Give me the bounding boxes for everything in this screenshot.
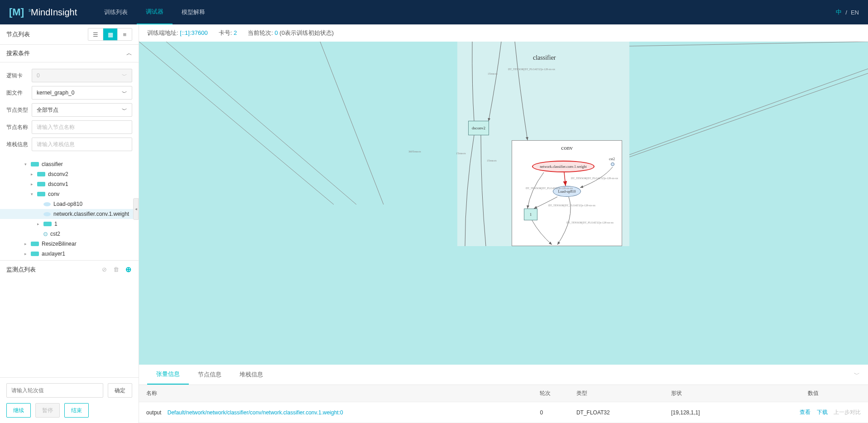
app-body: 节点列表 ☰ ▦ ≡ 搜索条件 ︿ 逻辑卡 0 ﹀ 图文件 kern <box>0 24 868 423</box>
row-shape: [19,128,1,1] <box>664 402 758 423</box>
end-button[interactable]: 结束 <box>64 403 89 418</box>
row-type: DT_FLOAT32 <box>569 402 664 423</box>
tree-node-dsconv2[interactable]: ▸dsconv2 <box>0 169 139 179</box>
compare-link: 上一步对比 <box>834 409 861 415</box>
tree-node-weight[interactable]: network.classifier.conv.1.weight <box>0 209 139 219</box>
tree-node-auxlayer[interactable]: ▸auxlayer1 <box>0 249 139 259</box>
tab-stack-info[interactable]: 堆栈信息 <box>230 365 272 384</box>
th-shape: 形状 <box>664 385 758 402</box>
graph-edge-label: 1Tensors <box>487 159 497 162</box>
tree-node-cst2[interactable]: cst2 <box>0 229 139 239</box>
select-graph-file[interactable]: kernel_graph_0 ﹀ <box>32 86 132 100</box>
step-input[interactable] <box>6 383 103 398</box>
node-list-header: 节点列表 ☰ ▦ ≡ <box>0 24 139 45</box>
select-node-type[interactable]: 全部节点 ﹀ <box>32 103 132 117</box>
row-path-link[interactable]: Default/network/network/classifier/conv/… <box>168 409 343 416</box>
language-switch: 中 / EN <box>836 8 859 16</box>
nav-tabs: 训练列表 调试器 模型解释 <box>95 0 214 24</box>
table-row: output Default/network/network/classifie… <box>139 402 868 423</box>
svg-line-2 <box>166 42 356 204</box>
sidebar-collapse-handle[interactable]: ◂ <box>133 198 139 220</box>
confirm-button[interactable]: 确定 <box>108 383 132 398</box>
main-area: 训练端地址: [::1]:37600 卡号: 2 当前轮次: 0 (0表示训练初… <box>139 24 868 423</box>
svg-line-3 <box>320 42 384 204</box>
graph-edge-label: 1Tensors <box>456 152 466 155</box>
nav-model-explain[interactable]: 模型解释 <box>173 0 214 24</box>
tree-node-load-op[interactable]: Load-op810 <box>0 199 139 209</box>
label-node-type: 节点类型 <box>6 106 32 114</box>
select-logic-card[interactable]: 0 ﹀ <box>32 69 132 82</box>
monitor-panel-header: 监测点列表 ⊘ 🗑 ⊕ <box>0 260 139 278</box>
tree-area: ▾classifier ▸dsconv2 ▸dsconv1 ▾conv Load… <box>0 157 139 260</box>
th-round: 轮次 <box>532 385 569 402</box>
pause-button: 暂停 <box>35 403 60 418</box>
graph-edge-label: DT_TENSOR[DT_FLOAT32]x-128-xx-xx <box>526 187 573 190</box>
graph-edge-label: DT_TENSOR[DT_FLOAT32]x-128-xx-xx <box>571 177 618 180</box>
graph-cst2-label: cst2 <box>609 157 615 161</box>
app-header: [M]s MindInsight 训练列表 调试器 模型解释 中 / EN <box>0 0 868 24</box>
nav-debugger[interactable]: 调试器 <box>137 0 173 24</box>
chevron-up-icon: ︿ <box>126 49 132 57</box>
graph-node-cst2[interactable] <box>611 162 614 166</box>
row-name: output <box>146 409 161 416</box>
sidebar-left: 节点列表 ☰ ▦ ≡ 搜索条件 ︿ 逻辑卡 0 ﹀ 图文件 kern <box>0 24 139 423</box>
svg-line-6 <box>629 73 868 157</box>
chevron-down-icon[interactable]: ﹀ <box>854 371 860 379</box>
view-toggle: ☰ ▦ ≡ <box>88 28 132 41</box>
download-link[interactable]: 下载 <box>817 409 828 415</box>
lang-zh[interactable]: 中 <box>836 8 842 16</box>
view-list-icon[interactable]: ☰ <box>88 29 103 40</box>
continue-button[interactable]: 继续 <box>6 403 31 418</box>
logo-icon: [M] <box>9 6 24 18</box>
brand-name: MindInsight <box>31 7 77 18</box>
info-card: 卡号: 2 <box>219 29 237 37</box>
view-detail-icon[interactable]: ≡ <box>117 29 132 40</box>
svg-line-7 <box>564 172 566 186</box>
search-form: 逻辑卡 0 ﹀ 图文件 kernel_graph_0 ﹀ 节点类型 全部节点 ﹀ <box>0 62 139 157</box>
tree-node-dsconv1[interactable]: ▸dsconv1 <box>0 179 139 189</box>
chevron-down-icon: ﹀ <box>122 106 127 114</box>
check-icon[interactable]: ⊘ <box>101 265 108 274</box>
chevron-down-icon: ﹀ <box>122 89 127 97</box>
graph-classifier-label: classifier <box>533 54 556 62</box>
lang-sep: / <box>845 9 847 16</box>
bottom-controls: 确定 继续 暂停 结束 <box>0 377 139 423</box>
tab-tensor-info[interactable]: 张量信息 <box>147 365 189 385</box>
info-bar: 训练端地址: [::1]:37600 卡号: 2 当前轮次: 0 (0表示训练初… <box>139 24 868 42</box>
graph-node-dsconv2[interactable]: dsconv2 <box>468 121 489 135</box>
lang-en[interactable]: EN <box>851 9 859 16</box>
tab-node-info[interactable]: 节点信息 <box>189 365 230 384</box>
search-title: 搜索条件 <box>6 49 30 57</box>
input-stack-info[interactable] <box>32 138 132 151</box>
th-value: 数值 <box>758 385 868 402</box>
tree-node-classifier[interactable]: ▾classifier <box>0 159 139 169</box>
graph-edge-label: DT_TENSOR[DT_FLOAT32]x-128-xx-xx <box>508 68 555 71</box>
view-link[interactable]: 查看 <box>800 409 810 415</box>
graph-node-weight[interactable]: network.classifier.conv.1.weight <box>532 161 595 172</box>
tree-node-conv[interactable]: ▾conv <box>0 189 139 199</box>
graph-node-one[interactable]: 1 <box>524 209 537 220</box>
add-icon[interactable]: ⊕ <box>125 264 132 275</box>
label-graph-file: 图文件 <box>6 89 32 97</box>
nav-train-list[interactable]: 训练列表 <box>95 0 137 24</box>
graph-edges <box>139 42 868 365</box>
logo: [M]s MindInsight <box>9 6 77 18</box>
trash-icon[interactable]: 🗑 <box>112 265 120 274</box>
info-round: 当前轮次: 0 (0表示训练初始状态) <box>248 29 334 37</box>
graph-edge-label: DT_TENSOR[DT_FLOAT32]x-128-xx-xx <box>566 221 614 224</box>
svg-line-5 <box>629 69 868 155</box>
view-grid-icon[interactable]: ▦ <box>103 29 117 40</box>
graph-conv-group[interactable]: conv network.classifier.conv.1.weight Lo… <box>512 140 622 246</box>
th-name: 名称 <box>139 385 532 402</box>
search-section-header[interactable]: 搜索条件 ︿ <box>0 45 139 62</box>
tensor-table: 名称 轮次 类型 形状 数值 output Default/network/ne… <box>139 385 868 423</box>
tree-node-one[interactable]: ▸1 <box>0 219 139 229</box>
tree-node-resize[interactable]: ▸ResizeBilinear <box>0 239 139 249</box>
graph-edge-label: DT_TENSOR[DT_FLOAT32]x-128-xx-xx <box>548 204 595 207</box>
bottom-tabs: 张量信息 节点信息 堆栈信息 ﹀ <box>139 365 868 385</box>
label-logic-card: 逻辑卡 <box>6 72 32 80</box>
graph-canvas[interactable]: classifier DT_TENSOR[DT_FLOAT32]x-128-xx… <box>139 42 868 365</box>
row-round: 0 <box>532 402 569 423</box>
svg-line-4 <box>629 42 868 46</box>
input-node-name[interactable] <box>32 120 132 134</box>
